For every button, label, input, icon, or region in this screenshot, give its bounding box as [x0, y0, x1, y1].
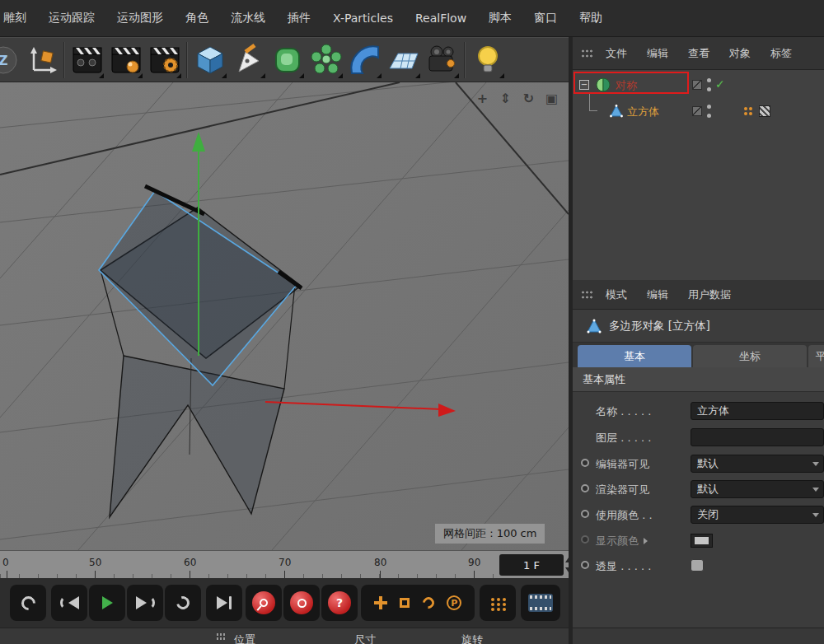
- play-button[interactable]: [89, 585, 125, 621]
- xray-checkbox[interactable]: [691, 559, 704, 572]
- tab-phong-cut[interactable]: 平: [808, 345, 824, 367]
- layer-state-icon[interactable]: [692, 106, 702, 116]
- pan-view-icon[interactable]: +: [474, 90, 491, 107]
- array-generator-button[interactable]: [307, 39, 345, 81]
- svg-text:Z: Z: [0, 53, 7, 68]
- texture-tag-icon[interactable]: [759, 105, 770, 117]
- render-settings-button[interactable]: [145, 39, 184, 81]
- visibility-dots-icon[interactable]: [707, 105, 711, 118]
- clapperboard-icon: [70, 43, 105, 77]
- point-level-animation-toggle[interactable]: [480, 585, 516, 621]
- record-scale-toggle[interactable]: [400, 598, 410, 608]
- menu-item-realflow[interactable]: RealFlow: [415, 12, 466, 25]
- basic-properties-section[interactable]: 基本属性: [573, 367, 824, 392]
- autokey-button[interactable]: [283, 585, 320, 621]
- menu-item-xparticles[interactable]: X-Particles: [333, 12, 393, 25]
- panel-handle-icon[interactable]: [581, 290, 592, 300]
- menu-item-script[interactable]: 脚本: [489, 11, 512, 26]
- field-row-xray: 透显 . . . . .: [573, 553, 824, 578]
- floor-button[interactable]: [384, 39, 423, 81]
- menu-item-plugins[interactable]: 插件: [288, 11, 311, 26]
- menu-item-window[interactable]: 窗口: [534, 11, 557, 26]
- use-color-dropdown[interactable]: 关闭: [691, 506, 824, 524]
- keyframe-record-circle[interactable]: [581, 510, 589, 518]
- am-menu-mode[interactable]: 模式: [606, 287, 627, 302]
- name-input[interactable]: 立方体: [691, 402, 824, 420]
- om-menu-file[interactable]: 文件: [606, 46, 627, 61]
- keyframe-selection-button[interactable]: ?: [321, 585, 358, 621]
- am-menu-userdata[interactable]: 用户数据: [688, 287, 731, 302]
- polygon-object-icon: [586, 318, 602, 334]
- deformer-button[interactable]: [345, 39, 384, 81]
- current-frame-field[interactable]: 1 F: [499, 554, 564, 576]
- major-tick: [95, 571, 96, 578]
- triangle-left-icon: [68, 596, 79, 609]
- keyframe-record-circle[interactable]: [581, 484, 589, 492]
- om-menu-view[interactable]: 查看: [688, 46, 709, 61]
- keyframe-record-circle[interactable]: [581, 535, 589, 544]
- render-view-button[interactable]: [68, 39, 106, 81]
- tab-coordinates[interactable]: 坐标: [693, 345, 807, 367]
- chevron-down-icon: [812, 462, 819, 466]
- timeline-window-button[interactable]: [521, 585, 560, 621]
- keyframe-record-circle[interactable]: [581, 561, 589, 569]
- render-picture-viewer-button[interactable]: [106, 39, 145, 81]
- panel-handle-icon[interactable]: [216, 632, 226, 641]
- rotate-view-icon[interactable]: ↻: [520, 90, 537, 107]
- object-row-cube[interactable]: 立方体: [573, 100, 824, 123]
- go-to-start-button[interactable]: [10, 585, 46, 621]
- selection-tag-icon[interactable]: [744, 107, 747, 110]
- om-menu-tags[interactable]: 标签: [770, 46, 792, 61]
- next-key-button[interactable]: [127, 585, 163, 621]
- viewport-panel[interactable]: + ⇕ ↻ ▣ 网格间距 : 100 cm: [0, 82, 569, 550]
- maximize-view-icon[interactable]: ▣: [543, 90, 560, 107]
- cube-primitive-button[interactable]: [190, 39, 229, 81]
- color-chip: [695, 537, 709, 544]
- object-name-cube[interactable]: 立方体: [627, 105, 659, 119]
- layer-input[interactable]: [691, 428, 824, 446]
- display-color-label: 显示颜色: [596, 534, 648, 548]
- timeline-ruler[interactable]: 0 50 60 70 80 90 1 F: [0, 550, 569, 578]
- major-tick: [474, 571, 475, 578]
- renderer-visibility-dropdown[interactable]: 默认: [691, 480, 824, 498]
- chevron-down-icon: [812, 513, 819, 517]
- record-parameter-toggle[interactable]: P: [447, 595, 461, 610]
- loop-back-icon: [18, 593, 38, 613]
- pen-spline-button[interactable]: [229, 39, 268, 81]
- menu-item-mograph[interactable]: 运动图形: [117, 11, 163, 26]
- menu-item-help[interactable]: 帮助: [579, 11, 602, 26]
- camera-button[interactable]: [423, 39, 461, 81]
- display-color-swatch[interactable]: [691, 534, 713, 548]
- om-menu-object[interactable]: 对象: [729, 46, 751, 61]
- enabled-check-icon[interactable]: ✓: [715, 77, 725, 91]
- panel-handle-icon[interactable]: [581, 49, 592, 58]
- menu-item-sculpt[interactable]: 雕刻: [3, 11, 26, 26]
- menu-bar: 雕刻 运动跟踪 运动图形 角色 流水线 插件 X-Particles RealF…: [0, 0, 824, 37]
- light-button[interactable]: [468, 39, 507, 81]
- record-position-toggle[interactable]: [374, 596, 387, 609]
- subdivision-surface-button[interactable]: [268, 39, 307, 81]
- scale-tool-button[interactable]: Z: [0, 39, 22, 81]
- record-keyframe-button[interactable]: [246, 585, 282, 621]
- menu-item-motion-tracker[interactable]: 运动跟踪: [49, 11, 95, 26]
- tab-basic[interactable]: 基本: [578, 345, 691, 367]
- layer-state-icon[interactable]: [692, 80, 702, 90]
- previous-key-button[interactable]: [51, 585, 87, 621]
- record-rotation-toggle[interactable]: [420, 595, 437, 611]
- coordinate-system-button[interactable]: [22, 39, 61, 81]
- om-menu-edit[interactable]: 编辑: [647, 46, 668, 61]
- camera-icon: [425, 43, 460, 77]
- triangle-right-icon: [217, 596, 227, 609]
- am-menu-edit[interactable]: 编辑: [647, 287, 668, 302]
- zoom-view-icon[interactable]: ⇕: [497, 90, 514, 107]
- viewport-scene[interactable]: [0, 82, 569, 550]
- loop-playback-button[interactable]: [165, 585, 201, 621]
- go-to-end-button[interactable]: [206, 585, 242, 621]
- keyframe-record-circle[interactable]: [581, 459, 589, 467]
- cube-icon: [193, 43, 227, 77]
- annotation-highlight-box: [574, 72, 689, 94]
- menu-item-character[interactable]: 角色: [185, 11, 208, 26]
- menu-item-pipeline[interactable]: 流水线: [231, 11, 265, 26]
- visibility-dots-icon[interactable]: [707, 78, 711, 91]
- editor-visibility-dropdown[interactable]: 默认: [691, 455, 824, 473]
